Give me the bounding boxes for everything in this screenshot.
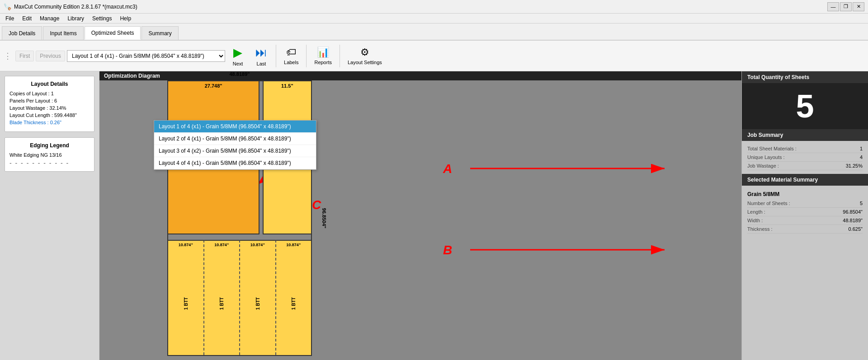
annotation-c: C xyxy=(312,198,321,212)
arrow-b-svg xyxy=(443,241,669,259)
menu-help[interactable]: Help xyxy=(116,14,135,23)
edging-item: White Edging NG 13/16 xyxy=(9,152,90,158)
selected-mat-header: Selected Material Summary xyxy=(742,174,868,186)
reports-icon: 📊 xyxy=(317,47,329,58)
labels-label: Labels xyxy=(284,60,298,65)
next-label: Next xyxy=(233,61,243,66)
dropdown-item-2[interactable]: Layout 3 of 4 (x2) - Grain 5/8MM (96.850… xyxy=(154,145,316,157)
reports-button[interactable]: 📊 Reports xyxy=(310,43,336,69)
blade-thickness-row: Blade Thickness : 0.26" xyxy=(9,120,90,125)
menu-bar: File Edit Manage Library Settings Help xyxy=(0,14,868,23)
bottom-dim-3: 10.874" xyxy=(286,243,301,247)
minimize-button[interactable]: — xyxy=(827,2,839,11)
blade-thickness-label: Blade Thickness : xyxy=(9,120,49,125)
panels-label: Panels Per Layout : xyxy=(9,98,53,103)
layout-settings-button[interactable]: ⚙ Layout Settings xyxy=(344,43,386,69)
next-last-group: ▶ Next ⏭ Last xyxy=(227,43,272,69)
reports-label: Reports xyxy=(314,60,332,65)
dim-right: 96.8504" xyxy=(322,208,327,229)
nav-group: First Previous xyxy=(15,51,65,61)
total-qty-header: Total Quantity of Sheets xyxy=(742,71,868,83)
layout-dropdown[interactable]: Layout 1 of 4 (x1) - Grain 5/8MM (96.850… xyxy=(67,50,225,62)
tabs-bar: Job Details Input Items Optimized Sheets… xyxy=(0,23,868,41)
toolbar: ⋮ First Previous Layout 1 of 4 (x1) - Gr… xyxy=(0,41,868,71)
tab-job-details[interactable]: Job Details xyxy=(2,26,42,40)
panel-top-right-dim: 11.5" xyxy=(281,83,293,89)
tab-optimized-sheets[interactable]: Optimized Sheets xyxy=(85,26,141,40)
main-content: Layout Details Copies of Layout : 1 Pane… xyxy=(0,71,868,360)
menu-settings[interactable]: Settings xyxy=(89,14,115,23)
copies-label: Copies of Layout : xyxy=(9,91,50,96)
left-panel: Layout Details Copies of Layout : 1 Pane… xyxy=(0,71,99,360)
total-sheet-mat-value: 1 xyxy=(860,146,863,151)
bottom-label-3: 1 BTT xyxy=(291,297,296,310)
job-wastage-label: Job Wastage : xyxy=(747,163,779,168)
length-row: Length : 96.8504" xyxy=(747,208,863,216)
panels-value: 6 xyxy=(54,98,57,103)
dim-top: 48.8189" xyxy=(167,71,312,77)
selected-mat-section: Grain 5/8MM Number of Sheets : 5 Length … xyxy=(742,186,868,237)
layout-details-title: Layout Details xyxy=(9,81,90,87)
bottom-cell-2: 10.874" 1 BTT xyxy=(240,240,276,355)
dropdown-item-0[interactable]: Layout 1 of 4 (x1) - Grain 5/8MM (96.850… xyxy=(154,121,316,133)
copies-value: 1 xyxy=(51,91,54,96)
wastage-row: Layout Wastage : 32.14% xyxy=(9,105,90,111)
close-button[interactable]: ✕ xyxy=(853,2,864,11)
app-title: MaxCut Community Edition 2.8.1.67 *(maxc… xyxy=(14,4,137,10)
num-sheets-row: Number of Sheets : 5 xyxy=(747,199,863,208)
job-summary-section: Total Sheet Materials : 1 Unique Layouts… xyxy=(742,141,868,174)
unique-layouts-value: 4 xyxy=(860,154,863,160)
tab-summary[interactable]: Summary xyxy=(142,26,178,40)
num-sheets-label: Number of Sheets : xyxy=(747,201,790,206)
arrow-a-svg xyxy=(443,159,669,178)
restore-button[interactable]: ❐ xyxy=(840,2,852,11)
layout-settings-icon: ⚙ xyxy=(360,47,369,58)
first-button[interactable]: First xyxy=(15,51,34,61)
total-qty-value: 5 xyxy=(742,83,868,129)
title-bar: 🪚 MaxCut Community Edition 2.8.1.67 *(ma… xyxy=(0,0,868,14)
bottom-label-0: 1 BTT xyxy=(183,297,188,310)
edging-legend-box: Edging Legend White Edging NG 13/16 - - … xyxy=(5,137,94,172)
length-value: 96.8504" xyxy=(843,209,863,215)
menu-manage[interactable]: Manage xyxy=(36,14,63,23)
menu-file[interactable]: File xyxy=(2,14,18,23)
layout-dropdown-wrapper: Layout 1 of 4 (x1) - Grain 5/8MM (96.850… xyxy=(67,50,225,62)
bottom-cell-1: 10.874" 1 BTT xyxy=(204,240,241,355)
bottom-cell-0: 10.874" 1 BTT xyxy=(168,240,204,355)
thickness-label: Thickness : xyxy=(747,226,773,232)
unique-layouts-row: Unique Layouts : 4 xyxy=(747,153,863,162)
wastage-value: 32.14% xyxy=(49,105,66,111)
canvas-area: Optimization Diagram Layout 1 of 4 (x1) … xyxy=(99,71,741,360)
app-icon: 🪚 xyxy=(4,3,11,10)
labels-icon: 🏷 xyxy=(286,47,296,58)
job-wastage-row: Job Wastage : 31.25% xyxy=(747,162,863,170)
total-sheet-mat-row: Total Sheet Materials : 1 xyxy=(747,145,863,153)
menu-library[interactable]: Library xyxy=(64,14,88,23)
toolbar-grip: ⋮ xyxy=(4,51,12,61)
bottom-cell-3: 10.874" 1 BTT xyxy=(276,240,311,355)
dropdown-item-1[interactable]: Layout 2 of 4 (x1) - Grain 5/8MM (96.850… xyxy=(154,133,316,145)
bottom-dim-0: 10.874" xyxy=(179,243,193,247)
width-value: 48.8189" xyxy=(843,218,863,223)
thickness-value: 0.625" xyxy=(849,226,863,232)
labels-button[interactable]: 🏷 Labels xyxy=(280,43,302,69)
cut-length-label: Layout Cut Length : xyxy=(9,112,53,118)
bottom-dim-1: 10.874" xyxy=(214,243,229,247)
width-label: Width : xyxy=(747,218,763,223)
bottom-label-2: 1 BTT xyxy=(255,297,260,310)
title-bar-left: 🪚 MaxCut Community Edition 2.8.1.67 *(ma… xyxy=(4,3,137,10)
layout-details-box: Layout Details Copies of Layout : 1 Pane… xyxy=(5,76,94,132)
edging-legend-title: Edging Legend xyxy=(9,142,90,149)
annotation-b: B xyxy=(443,243,452,257)
next-button[interactable]: ▶ Next xyxy=(227,43,249,69)
tab-input-items[interactable]: Input Items xyxy=(43,26,83,40)
previous-button[interactable]: Previous xyxy=(36,51,65,61)
dropdown-item-3[interactable]: Layout 4 of 4 (x1) - Grain 5/8MM (96.850… xyxy=(154,157,316,169)
job-wastage-value: 31.25% xyxy=(846,163,863,168)
right-panel: Total Quantity of Sheets 5 Job Summary T… xyxy=(741,71,868,360)
menu-edit[interactable]: Edit xyxy=(19,14,35,23)
last-button[interactable]: ⏭ Last xyxy=(250,43,272,69)
copies-row: Copies of Layout : 1 xyxy=(9,91,90,96)
material-name: Grain 5/8MM xyxy=(747,189,863,199)
last-icon: ⏭ xyxy=(255,46,267,60)
